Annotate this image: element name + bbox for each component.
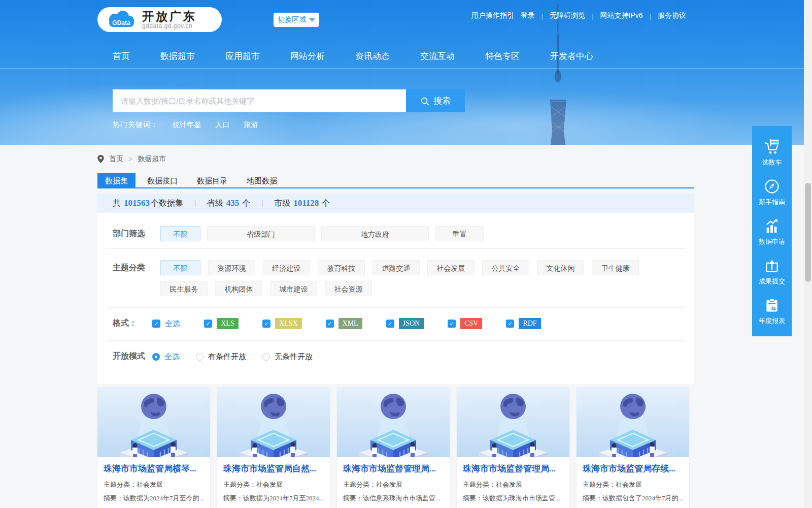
topic-option-health[interactable]: 卫生健康 xyxy=(592,260,639,275)
hot-keyword-tourism[interactable]: 旅游 xyxy=(244,120,258,130)
topic-option-unlimited[interactable]: 不限 xyxy=(160,260,200,275)
dataset-card[interactable]: 珠海市市场监督管理局... 主题分类：社会发展 摘要：该信息系珠海市市场监管..… xyxy=(337,387,450,508)
nav-item-data-market[interactable]: 数据超市 xyxy=(160,50,195,62)
hot-keyword-statistical-yearbook[interactable]: 统计年鉴 xyxy=(173,120,201,130)
radio-unchecked-icon[interactable] xyxy=(196,353,204,361)
tab-data-api[interactable]: 数据接口 xyxy=(140,173,185,188)
location-pin-icon xyxy=(97,155,104,163)
switch-region-button[interactable]: 切换区域 xyxy=(274,13,319,27)
reset-button[interactable]: 重置 xyxy=(435,226,484,241)
format-option-xls[interactable]: XLS xyxy=(204,318,239,329)
checkbox-checked-icon[interactable] xyxy=(204,320,212,328)
sidebar-item-data-cart[interactable]: data 选数车 xyxy=(752,133,792,173)
checkbox-checked-icon[interactable] xyxy=(152,320,160,328)
nav-item-home[interactable]: 首页 xyxy=(113,50,130,62)
dataset-card[interactable]: 珠海市市场监管局横琴... 主题分类：社会发展 摘要：该数据为2024年7月至今… xyxy=(97,387,210,508)
department-option-unlimited[interactable]: 不限 xyxy=(160,226,200,241)
dataset-title[interactable]: 珠海市市场监管局存续... xyxy=(583,463,683,474)
topic-option-social-dev[interactable]: 社会发展 xyxy=(427,260,475,275)
upload-icon xyxy=(764,258,780,274)
topic-option-culture-leisure[interactable]: 文化休闲 xyxy=(537,260,584,275)
format-option-csv[interactable]: CSV xyxy=(448,318,482,329)
site-title: 开放广东 xyxy=(142,10,197,22)
open-mode-unconditional[interactable]: 无条件开放 xyxy=(262,352,313,362)
department-option-provincial[interactable]: 省级部门 xyxy=(207,226,315,241)
format-filter-options: 全选 XLS XLSX XML JSON CSV xyxy=(152,316,541,331)
dataset-category: 主题分类：社会发展 xyxy=(463,480,563,489)
dataset-card-body: 珠海市市场监管局存续... 主题分类：社会发展 摘要：该数据包含了2024年7月… xyxy=(577,457,689,508)
breadcrumb-current: 数据超市 xyxy=(138,154,166,164)
dataset-title[interactable]: 珠海市市场监管局横琴... xyxy=(104,463,204,474)
search-input[interactable] xyxy=(113,89,406,112)
annual-report-icon: 年 xyxy=(764,297,780,313)
search-bar: 搜索 xyxy=(113,89,465,112)
tab-dataset[interactable]: 数据集 xyxy=(97,173,136,188)
breadcrumb-home[interactable]: 首页 xyxy=(109,154,123,164)
dataset-title[interactable]: 珠海市市场监管局自然... xyxy=(223,463,324,474)
tab-map-data[interactable]: 地图数据 xyxy=(239,173,285,188)
radio-checked-icon[interactable] xyxy=(152,353,160,361)
format-select-all[interactable]: 全选 xyxy=(152,319,180,329)
nav-item-app-market[interactable]: 应用超市 xyxy=(225,50,260,62)
checkbox-checked-icon[interactable] xyxy=(262,320,270,328)
hot-keyword-population[interactable]: 人口 xyxy=(215,120,229,130)
department-filter-options: 不限 省级部门 地方政府 重置 xyxy=(160,226,484,241)
format-option-rdf[interactable]: RDF xyxy=(506,318,540,329)
checkbox-checked-icon[interactable] xyxy=(506,320,514,328)
header-banner: GData 开放广东 gddata.gd.gov.cn 切换区域 用户操作指引 … xyxy=(0,0,804,145)
checkbox-checked-icon[interactable] xyxy=(386,320,394,328)
sidebar-item-annual-report[interactable]: 年 年度报表 xyxy=(752,292,792,331)
breadcrumb: 首页 > 数据超市 xyxy=(97,154,166,164)
dataset-card-body: 珠海市市场监管局自然... 主题分类：社会发展 摘要：该数据为2024年7月至2… xyxy=(217,457,330,508)
open-mode-conditional[interactable]: 有条件开放 xyxy=(196,352,246,362)
topic-option-road-traffic[interactable]: 道路交通 xyxy=(373,260,420,275)
data-cart-icon: data xyxy=(763,139,781,155)
hot-keywords-label: 热门关键词： xyxy=(113,120,158,130)
chart-icon xyxy=(763,218,781,234)
tab-data-catalog[interactable]: 数据目录 xyxy=(189,173,235,188)
dataset-card[interactable]: 珠海市市场监管局存续... 主题分类：社会发展 摘要：该数据包含了2024年7月… xyxy=(577,387,689,508)
topic-option-education-tech[interactable]: 教育科技 xyxy=(318,260,365,275)
site-logo[interactable]: GData 开放广东 gddata.gd.gov.cn xyxy=(97,7,222,32)
checkbox-checked-icon[interactable] xyxy=(326,320,334,328)
nav-item-interaction[interactable]: 交流互动 xyxy=(420,50,455,62)
dataset-title[interactable]: 珠海市市场监督管理局... xyxy=(463,463,563,474)
nav-item-news[interactable]: 资讯动态 xyxy=(355,50,390,62)
search-button[interactable]: 搜索 xyxy=(406,89,465,112)
sidebar-item-data-application[interactable]: 数据申请 xyxy=(752,212,792,252)
topic-option-public-safety[interactable]: 公共安全 xyxy=(482,260,529,275)
format-option-xlsx[interactable]: XLSX xyxy=(262,318,302,329)
dataset-title[interactable]: 珠海市市场监督管理局... xyxy=(343,463,444,474)
link-ipv6[interactable]: 网站支持IPv6 xyxy=(600,11,643,20)
sidebar-item-result-submission[interactable]: 成果提交 xyxy=(752,252,792,292)
open-mode-all[interactable]: 全选 xyxy=(152,352,180,362)
logo-text: 开放广东 gddata.gd.gov.cn xyxy=(142,10,197,29)
link-user-guide[interactable]: 用户操作指引 xyxy=(471,11,514,20)
sidebar-item-beginner-guide[interactable]: 新手指南 xyxy=(752,173,792,212)
department-option-local-gov[interactable]: 地方政府 xyxy=(321,226,429,241)
topic-option-livelihood[interactable]: 民生服务 xyxy=(160,281,208,296)
link-login[interactable]: 登录 xyxy=(521,11,535,20)
nav-item-developer-center[interactable]: 开发者中心 xyxy=(550,50,593,62)
dataset-card[interactable]: 珠海市市场监管局自然... 主题分类：社会发展 摘要：该数据为2024年7月至2… xyxy=(217,387,330,508)
link-service-agreement[interactable]: 服务协议 xyxy=(658,11,686,20)
radio-unchecked-icon[interactable] xyxy=(262,353,270,361)
dataset-summary: 摘要：该信息系珠海市市场监管... xyxy=(343,494,444,503)
topic-option-organizations[interactable]: 机构团体 xyxy=(215,281,262,296)
gdata-cloud-icon: GData xyxy=(106,11,137,29)
scrollbar-thumb[interactable] xyxy=(805,183,811,282)
format-option-json[interactable]: JSON xyxy=(386,318,424,329)
checkbox-checked-icon[interactable] xyxy=(448,320,456,328)
topic-option-urban-construction[interactable]: 城市建设 xyxy=(270,281,317,296)
dataset-thumbnail xyxy=(337,387,450,457)
format-option-xml[interactable]: XML xyxy=(326,318,362,329)
chevron-down-icon xyxy=(309,18,315,22)
topic-option-social-resources[interactable]: 社会资源 xyxy=(325,281,372,296)
nav-item-special-zone[interactable]: 特色专区 xyxy=(485,50,520,62)
nav-item-site-analysis[interactable]: 网站分析 xyxy=(290,50,325,62)
dataset-card[interactable]: 珠海市市场监督管理局... 主题分类：社会发展 摘要：该数据为珠海市市场监管..… xyxy=(457,387,569,508)
link-accessibility[interactable]: 无障碍浏览 xyxy=(550,11,585,20)
topic-option-resources-env[interactable]: 资源环境 xyxy=(208,260,255,275)
divider: | xyxy=(650,12,651,20)
topic-option-economy[interactable]: 经济建设 xyxy=(263,260,310,275)
